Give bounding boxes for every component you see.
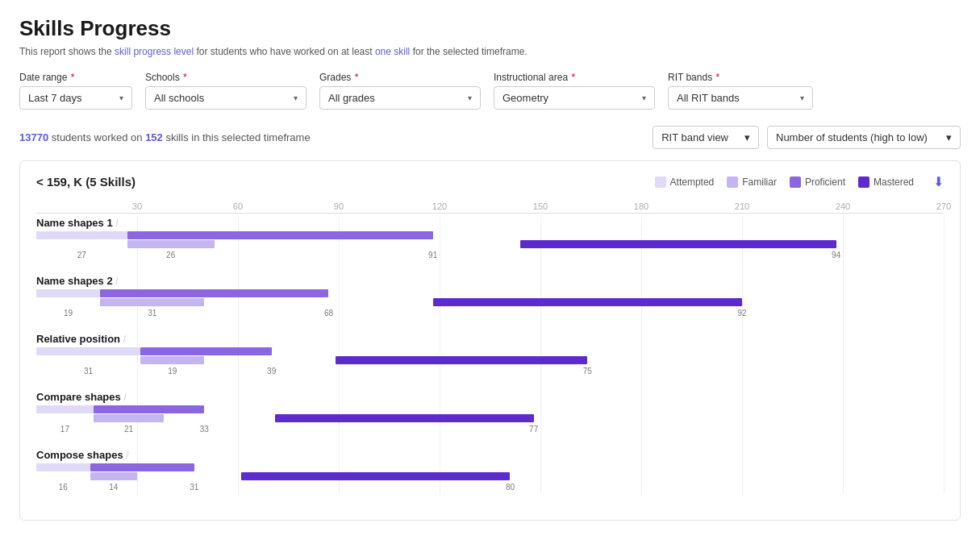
bar-track-top (36, 463, 944, 471)
bar-numbers: 16143180 (36, 483, 944, 494)
date-range-label: Date range * (19, 72, 132, 83)
bar-number-label: 92 (737, 309, 746, 318)
axis-label: 240 (836, 201, 850, 211)
band-title: < 159, K (5 Skills) (36, 175, 136, 189)
schools-chevron-icon: ▾ (294, 93, 298, 102)
bar-number-label: 16 (59, 483, 68, 492)
date-range-select[interactable]: Last 7 days ▾ (19, 86, 132, 110)
familiar-color-swatch (727, 176, 738, 188)
instructional-area-label: Instructional area * (494, 72, 655, 83)
summary-text: 13770 students worked on 152 skills in t… (19, 131, 311, 143)
bar-number-label: 19 (168, 367, 177, 376)
chart-body: 306090120150180210240270Name shapes 1 /2… (36, 199, 944, 494)
bar-proficient (127, 231, 433, 239)
bar-familiar (127, 240, 215, 248)
bar-number-label: 31 (84, 367, 93, 376)
axis-label: 150 (533, 201, 548, 211)
legend-mastered: Mastered (858, 176, 914, 188)
axis-label: 60 (233, 201, 243, 211)
schools-label: Schools * (145, 72, 307, 83)
axis-label: 210 (735, 201, 749, 211)
skill-row: Compose shapes /16143180 (36, 449, 944, 494)
bar-number-label: 14 (109, 483, 118, 492)
skill-row: Name shapes 1 /27269194 (36, 217, 944, 262)
legend-familiar: Familiar (727, 176, 777, 188)
bar-mastered (336, 356, 588, 364)
rit-bands-select[interactable]: All RIT bands ▾ (668, 86, 813, 110)
subtitle: This report shows the skill progress lev… (19, 46, 961, 57)
bar-number-label: 94 (832, 251, 840, 259)
axis-label: 180 (634, 201, 648, 211)
instructional-area-select[interactable]: Geometry ▾ (494, 86, 655, 110)
band-view-chevron-icon: ▾ (744, 131, 750, 143)
bar-number-label: 75 (583, 367, 592, 376)
bar-track-bottom (36, 472, 944, 480)
download-icon[interactable]: ⬇ (933, 174, 944, 189)
filters-row: Date range * Last 7 days ▾ Schools * All… (19, 72, 961, 110)
skill-row: Compare shapes /17213377 (36, 391, 944, 436)
bar-number-label: 68 (324, 309, 333, 318)
sort-select[interactable]: Number of students (high to low) ▾ (767, 126, 961, 149)
filter-rit-bands: RIT bands * All RIT bands ▾ (668, 72, 813, 110)
bar-track-top (36, 405, 944, 413)
bar-familiar (140, 356, 204, 364)
legend: Attempted Familiar Proficient Mastered ⬇ (655, 174, 944, 189)
grid-line (944, 217, 945, 494)
page-title: Skills Progress (19, 16, 961, 41)
skill-name: Compose shapes / (36, 449, 944, 461)
bar-number-label: 26 (166, 251, 175, 259)
bar-proficient (90, 463, 194, 471)
grades-label: Grades * (319, 72, 481, 83)
proficient-color-swatch (790, 176, 801, 188)
bar-number-label: 33 (200, 425, 209, 434)
bar-attempted (36, 347, 140, 355)
skill-row: Relative position /31193975 (36, 333, 944, 378)
bar-track-top (36, 347, 944, 355)
bar-number-label: 91 (428, 251, 437, 259)
bar-familiar (100, 298, 204, 306)
students-count: 13770 (19, 131, 48, 143)
bar-number-label: 21 (124, 425, 133, 434)
instructional-area-chevron-icon: ▾ (642, 93, 646, 102)
summary-controls: RIT band view ▾ Number of students (high… (653, 126, 961, 149)
bar-familiar (94, 414, 165, 422)
bar-numbers: 17213377 (36, 425, 944, 436)
skills-count: 152 (145, 131, 163, 143)
bar-number-label: 17 (60, 425, 69, 434)
legend-proficient: Proficient (790, 176, 845, 188)
sort-chevron-icon: ▾ (946, 131, 952, 143)
bar-familiar (90, 472, 137, 480)
bar-mastered (275, 414, 534, 422)
filter-date-range: Date range * Last 7 days ▾ (19, 72, 132, 110)
subtitle-link-skill-progress[interactable]: skill progress level (115, 46, 194, 57)
bar-number-label: 27 (77, 251, 86, 259)
bar-proficient (140, 347, 271, 355)
subtitle-link-one-skill[interactable]: one skill (375, 46, 410, 57)
axis-label: 90 (334, 201, 344, 211)
schools-select[interactable]: All schools ▾ (145, 86, 307, 110)
bar-number-label: 39 (267, 367, 276, 376)
skill-name: Name shapes 1 / (36, 217, 944, 229)
date-range-chevron-icon: ▾ (119, 93, 123, 102)
bar-number-label: 31 (148, 309, 156, 318)
filter-schools: Schools * All schools ▾ (145, 72, 307, 110)
axis-label: 270 (936, 201, 951, 211)
mastered-color-swatch (858, 176, 869, 188)
familiar-label: Familiar (742, 176, 777, 188)
attempted-label: Attempted (670, 176, 715, 188)
attempted-color-swatch (655, 176, 666, 188)
legend-attempted: Attempted (655, 176, 715, 188)
skill-name: Name shapes 2 / (36, 275, 944, 287)
bar-track-top (36, 289, 944, 297)
axis-label: 120 (432, 201, 447, 211)
proficient-label: Proficient (805, 176, 845, 188)
skill-name: Relative position / (36, 333, 944, 345)
chart-header: < 159, K (5 Skills) Attempted Familiar P… (36, 174, 944, 189)
grades-select[interactable]: All grades ▾ (319, 86, 481, 110)
bar-attempted (36, 405, 94, 413)
bar-number-label: 80 (506, 483, 515, 492)
bar-attempted (36, 231, 127, 239)
band-view-select[interactable]: RIT band view ▾ (653, 126, 759, 149)
skill-row: Name shapes 2 /19316892 (36, 275, 944, 320)
bar-number-label: 31 (190, 483, 198, 492)
